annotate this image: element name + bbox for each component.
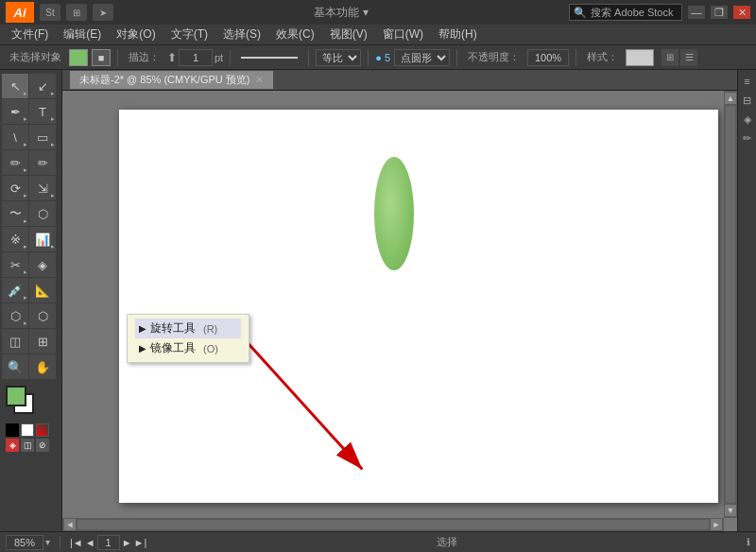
up-arrow-icon[interactable]: ⬆ <box>167 51 177 64</box>
scale-tool[interactable]: ⇲▸ <box>29 176 56 200</box>
assets-panel-btn[interactable]: ◈ <box>740 112 755 127</box>
white-swatch[interactable] <box>21 423 34 437</box>
workspace-selector[interactable]: 基本功能 ▾ <box>119 5 563 21</box>
menu-select[interactable]: 选择(S) <box>215 25 268 44</box>
adobe-stock-search[interactable]: 🔍 搜索 Adobe Stock <box>569 4 682 21</box>
tab-title: 未标题-2* @ 85% (CMYK/GPU 预览) <box>79 73 249 87</box>
menu-window[interactable]: 窗口(W) <box>375 25 431 44</box>
menu-view[interactable]: 视图(V) <box>322 25 375 44</box>
menu-effect[interactable]: 效果(C) <box>268 25 322 44</box>
last-page-btn[interactable]: ►| <box>134 537 147 548</box>
menu-edit[interactable]: 编辑(E) <box>56 25 109 44</box>
status-info-btn[interactable]: ℹ <box>747 537 750 547</box>
blend-tool[interactable]: ⬡▸ <box>2 303 28 328</box>
rotate-tool[interactable]: ⟳▸ <box>2 176 28 200</box>
scroll-left-button[interactable]: ◄ <box>64 519 76 530</box>
symbol-tool[interactable]: ※▸ <box>2 227 28 251</box>
scroll-down-button[interactable]: ▼ <box>725 505 736 516</box>
horizontal-scrollbar[interactable]: ◄ ► <box>62 518 724 531</box>
sep5 <box>456 49 457 66</box>
layers-panel-btn[interactable]: ≡ <box>740 74 755 89</box>
stroke-label: 描边： <box>125 50 163 64</box>
menu-file[interactable]: 文件(F) <box>4 25 56 44</box>
zoom-input[interactable] <box>6 535 43 550</box>
mirror-tool-label: 镜像工具 <box>150 340 196 356</box>
menu-help[interactable]: 帮助(H) <box>431 25 485 44</box>
live-paint-tool[interactable]: ⬡ <box>29 303 56 328</box>
properties-panel-btn[interactable]: ⊟ <box>740 93 755 108</box>
tab-close-button[interactable]: ✕ <box>255 74 264 86</box>
menu-object[interactable]: 对象(O) <box>109 25 163 44</box>
title-icon-grid[interactable]: ⊞ <box>66 4 87 21</box>
eyedropper-tool[interactable]: 💉▸ <box>2 278 28 302</box>
tool-row-3: \▸ ▭▸ <box>2 125 60 149</box>
measure-tool[interactable]: 📐 <box>29 278 56 302</box>
gradient-mode-btn[interactable]: ◫ <box>21 439 34 452</box>
pt-unit: pt <box>215 52 223 63</box>
prev-page-btn[interactable]: ◄ <box>85 537 95 548</box>
slice-tool[interactable]: ✂▸ <box>2 252 28 277</box>
scroll-thumb-h[interactable] <box>77 520 709 529</box>
style-opt2[interactable]: ☰ <box>680 49 697 66</box>
black-swatch[interactable] <box>6 423 19 437</box>
restore-button[interactable]: ❐ <box>711 6 728 19</box>
style-opt1[interactable]: ⊞ <box>662 49 679 66</box>
selection-tool[interactable]: ↖▸ <box>2 74 28 98</box>
color-mode-btn[interactable]: ◈ <box>6 439 19 452</box>
scroll-thumb-v[interactable] <box>726 106 735 503</box>
canvas-tab-bar: 未标题-2* @ 85% (CMYK/GPU 预览) ✕ <box>62 70 737 91</box>
close-button[interactable]: ✕ <box>733 6 750 19</box>
dot-count[interactable]: ● 5 <box>375 52 390 63</box>
fg-bg-swatches <box>6 386 42 422</box>
fill-color[interactable] <box>69 49 88 66</box>
title-icon-arrow[interactable]: ➤ <box>93 4 113 21</box>
opacity-input[interactable] <box>527 49 569 66</box>
canvas-viewport[interactable]: ▶ 旋转工具 (R) ▶ 镜像工具 (O) <box>62 91 737 531</box>
stroke-width-input[interactable] <box>179 49 213 66</box>
canvas-tab[interactable]: 未标题-2* @ 85% (CMYK/GPU 预览) ✕ <box>70 71 273 89</box>
warp-tool[interactable]: 〜▸ <box>2 201 28 226</box>
style-preview[interactable] <box>626 49 654 66</box>
first-page-btn[interactable]: |◄ <box>70 537 83 548</box>
hand-tool[interactable]: ✋ <box>29 354 56 379</box>
opacity-label: 不透明度： <box>464 50 524 64</box>
line-tool[interactable]: \▸ <box>2 125 28 149</box>
paintbrush-tool[interactable]: ✏▸ <box>2 150 28 175</box>
stroke-color[interactable]: ■ <box>92 49 111 66</box>
none-mode-btn[interactable]: ⊘ <box>36 439 49 452</box>
type-tool[interactable]: T▸ <box>29 99 56 124</box>
shape-tool[interactable]: ▭▸ <box>29 125 56 149</box>
gradient-tool[interactable]: ◫ <box>2 329 28 354</box>
scroll-up-button[interactable]: ▲ <box>725 93 736 104</box>
next-page-btn[interactable]: ► <box>122 537 132 548</box>
menu-text[interactable]: 文字(T) <box>163 25 215 44</box>
tool-context-menu: ▶ 旋转工具 (R) ▶ 镜像工具 (O) <box>127 314 249 363</box>
title-icon-1[interactable]: St <box>40 4 60 21</box>
zoom-dropdown[interactable]: ▾ <box>45 537 50 547</box>
tool-row-7: ※▸ 📊▸ <box>2 227 60 251</box>
pen-tool[interactable]: ✒▸ <box>2 99 28 124</box>
pencil-tool[interactable]: ✏ <box>29 150 56 175</box>
style-label: 样式： <box>583 50 622 64</box>
mesh-tool[interactable]: ⊞ <box>29 329 56 354</box>
scroll-right-button[interactable]: ► <box>711 519 722 530</box>
column-graph-tool[interactable]: 📊▸ <box>29 227 56 251</box>
brushes-panel-btn[interactable]: ✏ <box>740 130 755 146</box>
foreground-color[interactable] <box>6 386 26 406</box>
eraser-tool[interactable]: ◈ <box>29 252 56 277</box>
direct-selection-tool[interactable]: ↙▸ <box>29 74 56 98</box>
minimize-button[interactable]: — <box>688 6 705 19</box>
color-mode-icons: ◈ ◫ ⊘ <box>6 439 56 452</box>
page-input[interactable] <box>97 535 120 550</box>
tool-row-8: ✂▸ ◈ <box>2 252 60 277</box>
mirror-tool-menu-item[interactable]: ▶ 镜像工具 (O) <box>135 338 241 358</box>
free-transform-tool[interactable]: ⬡ <box>29 201 56 226</box>
zoom-tool[interactable]: 🔍 <box>2 354 28 379</box>
shape-type-select[interactable]: 点圆形 <box>394 49 450 66</box>
vertical-scrollbar[interactable]: ▲ ▼ <box>724 91 737 518</box>
stroke-style-select[interactable]: 等比 <box>316 49 361 66</box>
rotate-tool-menu-item[interactable]: ▶ 旋转工具 (R) <box>135 319 241 338</box>
sep1 <box>117 49 118 66</box>
tool-row-5: ⟳▸ ⇲▸ <box>2 176 60 200</box>
none-swatch[interactable] <box>36 423 49 437</box>
